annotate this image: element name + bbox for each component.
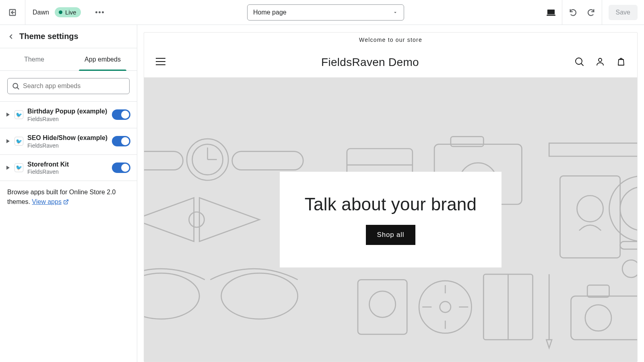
hero-heading: Talk about your brand — [305, 194, 477, 214]
chevron-left-icon — [7, 33, 14, 40]
expand-caret[interactable] — [6, 139, 10, 143]
embed-item[interactable]: 🐦 Storefront Kit FieldsRaven — [0, 154, 137, 181]
page-select[interactable]: Home page — [247, 4, 404, 21]
embed-title: Storefront Kit — [27, 160, 108, 169]
dot-icon — [102, 11, 104, 13]
site-header: FieldsRaven Demo — [144, 47, 637, 78]
svg-marker-6 — [6, 139, 10, 143]
redo-button[interactable] — [584, 0, 602, 25]
hero-cta-button[interactable]: Shop all — [366, 225, 416, 245]
svg-rect-1 — [547, 9, 554, 14]
expand-caret[interactable] — [6, 166, 10, 170]
caret-right-icon — [6, 166, 10, 170]
embed-text: Storefront Kit FieldsRaven — [27, 160, 108, 175]
cart-button[interactable] — [616, 57, 626, 68]
search-wrap — [0, 71, 137, 101]
browse-apps-text: Browse apps built for Online Store 2.0 t… — [0, 181, 137, 214]
desktop-icon — [547, 8, 555, 16]
topbar-left: Dawn Live — [0, 0, 111, 25]
theme-name: Dawn — [33, 9, 49, 16]
header-icons — [574, 57, 626, 68]
main: Theme settings Theme App embeds 🐦 Birthd… — [0, 25, 644, 362]
svg-marker-7 — [6, 166, 10, 170]
search-button[interactable] — [574, 57, 584, 68]
more-actions-button[interactable] — [88, 11, 111, 13]
toggle-knob — [121, 137, 129, 145]
tab-app-embeds[interactable]: App embeds — [68, 48, 137, 70]
embed-vendor: FieldsRaven — [27, 142, 108, 149]
embed-title: Birthday Popup (example) — [27, 107, 108, 116]
bag-icon — [616, 57, 626, 66]
caret-right-icon — [6, 113, 10, 117]
undo-button[interactable] — [562, 0, 584, 25]
svg-line-8 — [66, 200, 68, 202]
toggle-knob — [121, 111, 129, 119]
hamburger-icon — [155, 58, 166, 66]
dot-icon — [95, 11, 97, 13]
exit-editor-button[interactable] — [0, 0, 25, 25]
svg-point-14 — [599, 58, 602, 62]
expand-caret[interactable] — [6, 113, 10, 117]
embed-toggle[interactable] — [112, 109, 130, 120]
hero-card: Talk about your brand Shop all — [280, 172, 502, 267]
toggle-knob — [121, 164, 129, 172]
app-icon: 🐦 — [14, 137, 23, 146]
view-apps-link[interactable]: View apps — [32, 198, 69, 205]
tab-theme[interactable]: Theme — [0, 48, 68, 70]
topbar-center: Home page — [111, 4, 540, 21]
topbar: Dawn Live Home page Save — [0, 0, 644, 25]
caret-right-icon — [6, 139, 10, 143]
dot-icon — [99, 11, 101, 13]
embed-item[interactable]: 🐦 Birthday Popup (example) FieldsRaven — [0, 101, 137, 128]
account-button[interactable] — [595, 57, 605, 68]
external-link-icon — [63, 198, 69, 208]
embed-toggle[interactable] — [112, 136, 130, 146]
embed-list: 🐦 Birthday Popup (example) FieldsRaven 🐦… — [0, 101, 137, 181]
menu-button[interactable] — [155, 58, 166, 67]
topbar-right: Save — [540, 0, 644, 25]
svg-rect-2 — [547, 14, 555, 16]
announcement-text: Welcome to our store — [359, 37, 422, 43]
redo-icon — [586, 8, 595, 17]
undo-icon — [569, 8, 578, 17]
live-badge-label: Live — [65, 9, 76, 16]
search-field[interactable] — [7, 78, 130, 94]
theme-info: Dawn Live — [25, 7, 88, 17]
live-dot-icon — [59, 10, 62, 14]
embed-item[interactable]: 🐦 SEO Hide/Show (example) FieldsRaven — [0, 128, 137, 154]
svg-marker-5 — [6, 113, 10, 117]
embed-toggle[interactable] — [112, 162, 130, 173]
announcement-bar: Welcome to our store — [144, 33, 637, 47]
search-input[interactable] — [23, 82, 125, 90]
app-icon: 🐦 — [14, 163, 23, 172]
viewport-desktop-button[interactable] — [540, 0, 562, 25]
preview-canvas: Welcome to our store FieldsRaven Demo — [137, 25, 644, 362]
embed-title: SEO Hide/Show (example) — [27, 134, 108, 142]
page-select-label: Home page — [253, 9, 287, 16]
panel-header[interactable]: Theme settings — [0, 25, 137, 48]
user-icon — [595, 57, 605, 66]
sidebar: Theme settings Theme App embeds 🐦 Birthd… — [0, 25, 137, 362]
site-title[interactable]: FieldsRaven Demo — [321, 56, 419, 69]
svg-line-4 — [17, 87, 19, 89]
embed-text: SEO Hide/Show (example) FieldsRaven — [27, 134, 108, 149]
view-apps-link-label: View apps — [32, 198, 62, 205]
embed-vendor: FieldsRaven — [27, 169, 108, 175]
live-badge: Live — [55, 7, 81, 17]
embed-text: Birthday Popup (example) FieldsRaven — [27, 107, 108, 122]
svg-line-13 — [581, 64, 583, 66]
exit-icon — [8, 8, 17, 17]
app-icon: 🐦 — [14, 110, 23, 119]
hero-section: Talk about your brand Shop all — [144, 78, 637, 362]
chevron-down-icon — [392, 10, 398, 15]
search-icon — [12, 82, 20, 90]
panel-title: Theme settings — [19, 32, 78, 41]
save-button[interactable]: Save — [609, 5, 638, 20]
search-icon — [574, 57, 584, 66]
preview-frame: Welcome to our store FieldsRaven Demo — [144, 32, 638, 362]
embed-vendor: FieldsRaven — [27, 116, 108, 122]
sidebar-tabs: Theme App embeds — [0, 48, 137, 71]
